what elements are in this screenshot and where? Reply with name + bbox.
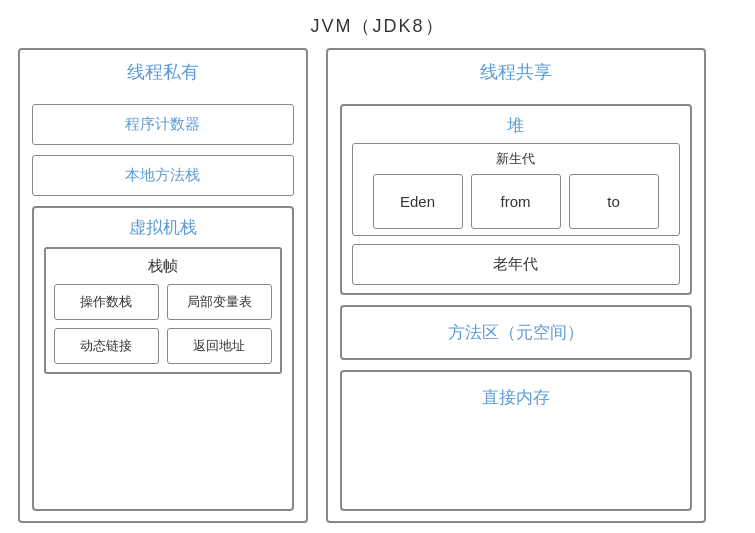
operand-stack-cell: 操作数栈 (54, 284, 159, 320)
native-stack-box: 本地方法栈 (32, 155, 294, 196)
heap-panel: 堆 新生代 Eden from to 老年代 (340, 104, 692, 295)
to-cell: to (569, 174, 659, 229)
stack-grid: 操作数栈 局部变量表 动态链接 返回地址 (54, 284, 272, 364)
vm-stack-panel: 虚拟机栈 栈帧 操作数栈 局部变量表 动态链接 返回地址 (32, 206, 294, 511)
program-counter-box: 程序计数器 (32, 104, 294, 145)
eden-cell: Eden (373, 174, 463, 229)
from-cell: from (471, 174, 561, 229)
thread-shared-title: 线程共享 (340, 60, 692, 84)
stack-frame-panel: 栈帧 操作数栈 局部变量表 动态链接 返回地址 (44, 247, 282, 374)
thread-private-title: 线程私有 (32, 60, 294, 84)
return-addr-cell: 返回地址 (167, 328, 272, 364)
young-gen-area: 新生代 Eden from to (352, 143, 680, 236)
vm-stack-title: 虚拟机栈 (44, 216, 282, 239)
main-title: JVM（JDK8） (310, 14, 444, 38)
stack-frame-title: 栈帧 (54, 257, 272, 276)
old-gen-box: 老年代 (352, 244, 680, 285)
local-var-cell: 局部变量表 (167, 284, 272, 320)
direct-mem-box: 直接内存 (340, 370, 692, 511)
young-gen-label: 新生代 (361, 150, 671, 168)
method-area-box: 方法区（元空间） (340, 305, 692, 360)
thread-shared-panel: 线程共享 堆 新生代 Eden from to 老年代 方法区（元空间） 直接内… (326, 48, 706, 523)
young-gen-cells: Eden from to (361, 174, 671, 229)
thread-private-panel: 线程私有 程序计数器 本地方法栈 虚拟机栈 栈帧 操作数栈 局部变量表 动态链接… (18, 48, 308, 523)
heap-title: 堆 (352, 114, 680, 137)
dynamic-link-cell: 动态链接 (54, 328, 159, 364)
diagram-container: 线程私有 程序计数器 本地方法栈 虚拟机栈 栈帧 操作数栈 局部变量表 动态链接… (18, 48, 738, 533)
